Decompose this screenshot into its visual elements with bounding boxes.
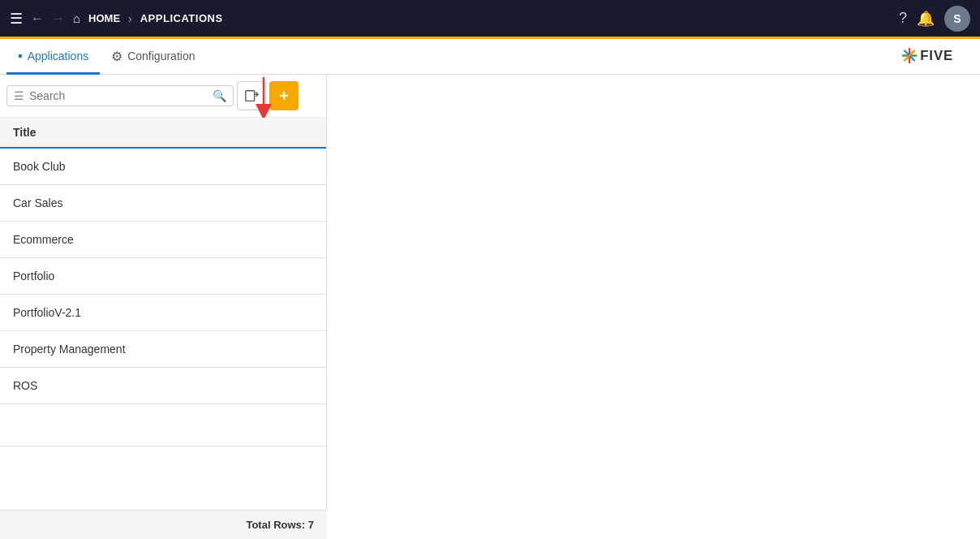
back-arrow-icon[interactable]: ← [31, 11, 44, 26]
applications-tab-icon: ▪ [18, 49, 23, 63]
row-title: Book Club [13, 160, 66, 173]
right-panel [327, 75, 980, 539]
table-footer: Total Rows: 7 [0, 510, 327, 539]
menu-icon[interactable]: ☰ [10, 10, 23, 28]
main-content: ☰ 🔍 + [0, 75, 980, 539]
home-icon[interactable]: ⌂ [73, 11, 80, 25]
breadcrumb-home[interactable]: HOME [88, 12, 120, 24]
import-icon [244, 88, 259, 103]
forward-arrow-icon[interactable]: → [52, 11, 65, 26]
five-logo: FIVE [899, 44, 967, 69]
table-row[interactable]: Property Management [0, 331, 326, 368]
svg-text:FIVE: FIVE [920, 48, 953, 63]
table-row[interactable]: ROS [0, 368, 326, 404]
toolbar: ☰ 🔍 + [0, 75, 326, 118]
table-column-title: Title [0, 118, 326, 149]
tab-applications-label: Applications [28, 50, 89, 63]
add-button[interactable]: + [269, 81, 299, 110]
five-logo-svg: FIVE [899, 44, 967, 67]
table-row[interactable]: Ecommerce [0, 222, 326, 258]
left-panel: ☰ 🔍 + [0, 75, 327, 539]
table-row[interactable]: PortfolioV-2.1 [0, 295, 326, 331]
row-title: ROS [13, 379, 37, 392]
row-title: Property Management [13, 343, 126, 356]
breadcrumb-separator: › [128, 12, 132, 25]
import-button[interactable] [237, 81, 266, 110]
table-row[interactable]: Book Club [0, 149, 326, 185]
row-title: Car Sales [13, 196, 62, 209]
search-magnifier-icon: 🔍 [213, 89, 226, 102]
tab-configuration[interactable]: ⚙ Configuration [100, 40, 206, 75]
filter-icon: ☰ [14, 89, 24, 102]
row-title: Ecommerce [13, 233, 74, 246]
search-input[interactable] [29, 89, 208, 102]
tab-applications[interactable]: ▪ Applications [6, 40, 100, 75]
tabbar: ▪ Applications ⚙ Configuration FIVE [0, 39, 980, 75]
configuration-tab-icon: ⚙ [111, 49, 122, 64]
tab-configuration-label: Configuration [127, 50, 195, 63]
breadcrumb-current: APPLICATIONS [140, 12, 223, 24]
empty-row [0, 404, 326, 446]
topbar: ☰ ← → ⌂ HOME › APPLICATIONS ? 🔔 S [0, 0, 980, 39]
add-icon: + [279, 88, 289, 104]
user-avatar[interactable]: S [944, 6, 970, 32]
help-icon[interactable]: ? [899, 10, 907, 27]
table-row[interactable]: Car Sales [0, 185, 326, 222]
row-title: PortfolioV-2.1 [13, 306, 81, 319]
svg-rect-5 [246, 91, 255, 101]
table-row[interactable]: Portfolio [0, 258, 326, 295]
search-container: ☰ 🔍 [6, 85, 234, 106]
row-title: Portfolio [13, 270, 54, 282]
notification-icon[interactable]: 🔔 [917, 10, 935, 28]
table-container: Book Club Car Sales Ecommerce Portfolio … [0, 149, 326, 539]
